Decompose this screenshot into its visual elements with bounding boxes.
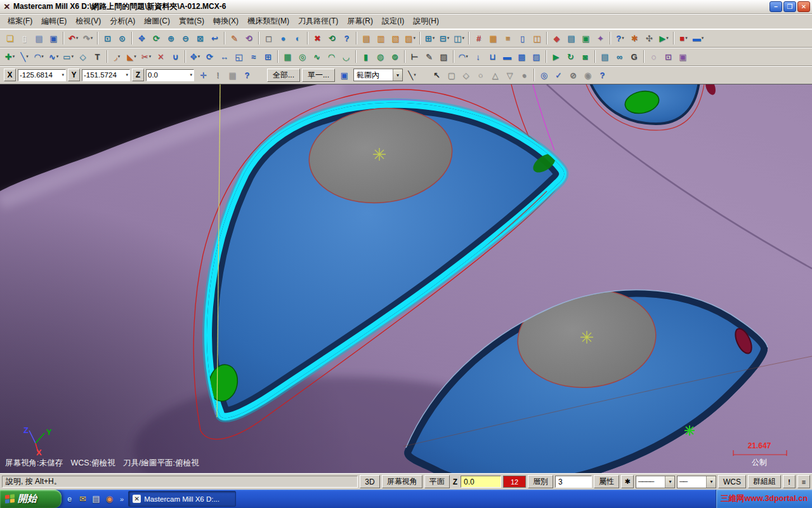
- hatch-icon[interactable]: ▨: [436, 50, 451, 64]
- chain-manager-icon[interactable]: ∞: [612, 50, 627, 64]
- line-style-combo[interactable]: ──── ▾: [636, 476, 675, 488]
- fillet-icon-dropdown[interactable]: ▾: [118, 54, 121, 59]
- x-coord-dropdown[interactable]: ▾: [62, 72, 64, 77]
- surface-revolve-icon[interactable]: ◎: [295, 50, 310, 64]
- addins-icon[interactable]: ✱: [627, 31, 642, 45]
- select-sphere-icon[interactable]: ●: [517, 68, 532, 82]
- create-rectangle-icon-dropdown[interactable]: ▾: [71, 54, 74, 59]
- zoom-window-icon[interactable]: ⊡: [100, 31, 115, 45]
- cplane-icon[interactable]: ⊞▾: [422, 31, 437, 45]
- zoom-in-icon[interactable]: ⊕: [164, 31, 178, 45]
- media-player-icon[interactable]: ◉: [103, 492, 116, 506]
- xform-scale-icon[interactable]: ◱: [232, 50, 246, 64]
- menu-item-9[interactable]: 刀具路徑(T): [294, 14, 343, 29]
- menu-item-2[interactable]: 編輯(E): [37, 14, 71, 29]
- trim-icon[interactable]: ✂▾: [139, 50, 154, 64]
- surface-sweep-icon[interactable]: ∿: [310, 50, 324, 64]
- close-button[interactable]: ✕: [797, 1, 810, 12]
- start-button[interactable]: 開始: [0, 490, 62, 508]
- minimize-button[interactable]: –: [769, 1, 782, 12]
- grid-settings-icon[interactable]: ▦: [486, 31, 501, 45]
- create-point-icon-dropdown[interactable]: ▾: [13, 54, 15, 59]
- create-point-icon[interactable]: ✚▾: [3, 50, 17, 64]
- menu-item-5[interactable]: 繪圖(C): [140, 14, 174, 29]
- menu-item-12[interactable]: 說明(H): [409, 14, 443, 29]
- xform-offset-icon[interactable]: ≈: [246, 50, 261, 64]
- select-single-button[interactable]: 單一...: [302, 69, 335, 82]
- fillet-icon[interactable]: ◞▾: [110, 50, 124, 64]
- graphics-viewport[interactable]: Z Y X 屏幕視角:未儲存 WCS:俯檢視 刀具/繪圖平面:俯檢視 21.64…: [0, 84, 812, 473]
- menu-item-4[interactable]: 分析(A): [105, 14, 140, 29]
- menu-item-11[interactable]: 設定(I): [377, 14, 409, 29]
- repaint-icon[interactable]: ✎: [227, 31, 242, 45]
- taskbar-task-mastercam[interactable]: ✕ Mastercam Mill X6 D:...: [128, 491, 236, 507]
- solids-manager-icon[interactable]: ▣: [579, 31, 593, 45]
- toolpath-contour-icon-dropdown[interactable]: ▾: [466, 54, 468, 59]
- selection-help-icon[interactable]: ?: [595, 68, 610, 82]
- columns-icon[interactable]: ◫: [530, 31, 544, 45]
- menu-item-3[interactable]: 檢視(V): [71, 14, 105, 29]
- xform-rotate-icon[interactable]: ⟳: [202, 50, 217, 64]
- chamfer-icon-dropdown[interactable]: ▾: [134, 54, 136, 59]
- selection-mode-icon[interactable]: ▣: [337, 68, 351, 82]
- selection-range-combo[interactable]: 範圍內 ▾: [353, 69, 403, 81]
- save-icon[interactable]: ▣: [46, 31, 61, 45]
- line-width-combo[interactable]: ── ▾: [677, 476, 716, 488]
- undelete-icon[interactable]: ⟲: [325, 31, 339, 45]
- groups-button[interactable]: 群組組: [748, 475, 781, 488]
- redo-icon[interactable]: ↷▾: [81, 31, 95, 45]
- create-polygon-icon[interactable]: ◇: [75, 50, 90, 64]
- redo-icon-dropdown[interactable]: ▾: [91, 36, 93, 41]
- y-coord-input[interactable]: -151.5724 ▾: [82, 69, 130, 81]
- backplot-icon[interactable]: ↻: [563, 50, 578, 64]
- line-style-icon[interactable]: ╲▾: [405, 68, 419, 82]
- level-input[interactable]: 3: [555, 476, 592, 488]
- surface-net-icon[interactable]: ▦: [280, 50, 295, 64]
- gview-iso-icon[interactable]: ▨▾: [403, 31, 417, 45]
- tplane-icon-dropdown[interactable]: ▾: [447, 36, 450, 41]
- create-rectangle-icon[interactable]: ▭▾: [61, 50, 75, 64]
- report-icon[interactable]: ▯: [515, 31, 530, 45]
- zoom-fit-icon[interactable]: ⊠: [193, 31, 207, 45]
- toolpath-manager-icon[interactable]: ▤: [564, 31, 579, 45]
- gview-iso-icon-dropdown[interactable]: ▾: [413, 36, 416, 41]
- show-desktop-icon[interactable]: ▤: [89, 492, 103, 506]
- create-line-icon[interactable]: ╲▾: [17, 50, 32, 64]
- undo-icon[interactable]: ↶▾: [66, 31, 81, 45]
- viewport-canvas[interactable]: Z Y X 屏幕視角:未儲存 WCS:俯檢視 刀具/繪圖平面:俯檢視 21.64…: [0, 84, 812, 473]
- wcs-plane-icon-dropdown[interactable]: ▾: [462, 36, 464, 41]
- z-coord-label[interactable]: Z: [132, 69, 144, 81]
- restore-button[interactable]: ❐: [783, 1, 796, 12]
- translucent-icon[interactable]: ◐: [291, 31, 305, 45]
- dynamic-rotate-icon[interactable]: ⟳: [149, 31, 164, 45]
- line-width-dropdown[interactable]: ▾: [706, 476, 716, 488]
- material-icon[interactable]: ◆: [549, 31, 564, 45]
- chamfer-icon[interactable]: ◣▾: [124, 50, 139, 64]
- zoom-out-icon[interactable]: ⊖: [178, 31, 193, 45]
- post-process-icon[interactable]: G: [627, 50, 641, 64]
- level-list-icon[interactable]: ▬▾: [691, 31, 705, 45]
- gview-help-icon[interactable]: ?: [240, 68, 254, 82]
- wcs-button[interactable]: WCS: [718, 475, 746, 488]
- create-text-icon[interactable]: T: [90, 50, 105, 64]
- x-coord-input[interactable]: -125.6814 ▾: [18, 69, 66, 81]
- zoom-target-icon[interactable]: ⊙: [115, 31, 129, 45]
- y-coord-dropdown[interactable]: ▾: [126, 72, 128, 77]
- attributes-button[interactable]: 屬性: [594, 475, 619, 488]
- machine-sim-icon[interactable]: ◙: [578, 50, 593, 64]
- quick-launch-overflow[interactable]: »: [117, 490, 126, 508]
- undo-icon-dropdown[interactable]: ▾: [76, 36, 79, 41]
- xform-array-icon[interactable]: ⊞: [261, 50, 275, 64]
- toolpath-contour-icon[interactable]: ◠▾: [456, 50, 471, 64]
- toolpath-face-icon[interactable]: ▬: [500, 50, 514, 64]
- alert-button[interactable]: !: [783, 475, 796, 488]
- analyze-icon[interactable]: ?: [339, 31, 354, 45]
- solid-revolve-icon[interactable]: ◍: [373, 50, 388, 64]
- wcs-plane-icon[interactable]: ◫▾: [452, 31, 466, 45]
- surface-finish-icon[interactable]: ▨: [529, 50, 544, 64]
- menu-item-7[interactable]: 轉換(X): [209, 14, 243, 29]
- xform-translate-icon-dropdown[interactable]: ▾: [198, 54, 200, 59]
- tplane-icon[interactable]: ⊟▾: [437, 31, 452, 45]
- ram-saver-icon[interactable]: ▣: [676, 50, 690, 64]
- selection-range-dropdown[interactable]: ▾: [393, 69, 402, 81]
